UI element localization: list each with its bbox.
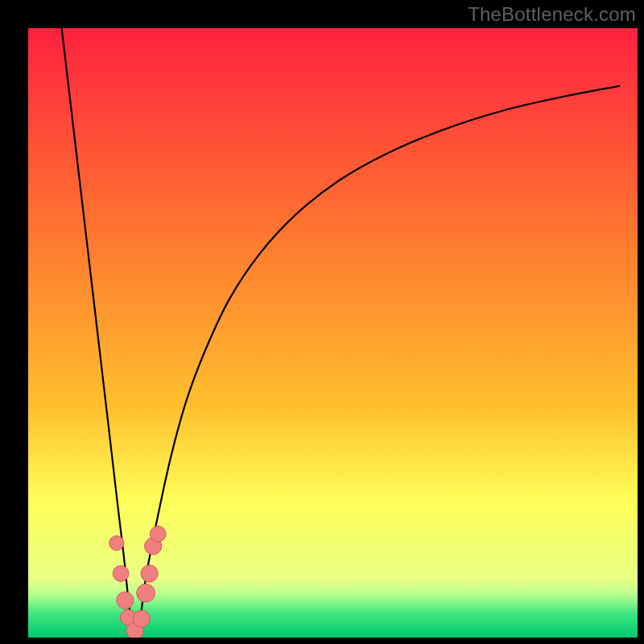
data-point: [141, 565, 158, 582]
data-point: [150, 526, 166, 542]
chart-svg: [0, 0, 644, 644]
data-point: [117, 592, 134, 609]
watermark-text: TheBottleneck.com: [468, 3, 636, 26]
data-point: [113, 566, 129, 582]
chart-frame: TheBottleneck.com: [0, 0, 644, 644]
data-point: [109, 536, 124, 551]
data-point: [137, 584, 155, 602]
data-point: [133, 610, 150, 627]
